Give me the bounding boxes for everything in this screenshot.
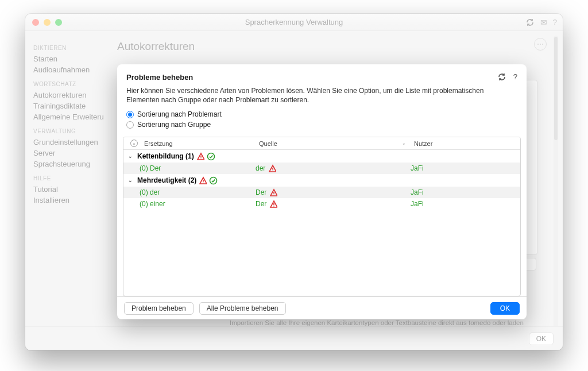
radio-dot-icon	[126, 121, 134, 129]
warning-icon	[268, 164, 276, 172]
group-title: Kettenbildung (1)	[137, 152, 194, 160]
ok-icon[interactable]	[207, 152, 215, 161]
radio-sort-problemart[interactable]: Sortierung nach Problemart	[126, 109, 517, 119]
dialog-title: Probleme beheben	[126, 73, 497, 82]
group-row[interactable]: ⌄ Kettenbildung (1)	[123, 150, 520, 163]
expand-all-toggle[interactable]: ⌄	[123, 140, 141, 147]
cell-quelle: Der	[256, 200, 266, 208]
table-row[interactable]: (0) Der der JaFi	[123, 163, 520, 174]
fix-all-button[interactable]: Alle Probleme beheben	[199, 302, 286, 315]
dialog-description: Hier können Sie verschiedene Arten von P…	[126, 86, 517, 105]
cell-nutzer: JaFi	[411, 200, 424, 208]
radio-dot-icon	[126, 111, 134, 118]
radio-label: Sortierung nach Problemart	[137, 110, 222, 118]
warning-icon	[199, 176, 207, 184]
group-title: Mehrdeutigkeit (2)	[137, 176, 196, 184]
cell-quelle: Der	[256, 188, 266, 196]
column-nutzer[interactable]: Nutzer	[411, 140, 520, 147]
refresh-icon[interactable]	[497, 72, 506, 82]
table-row[interactable]: (0) einer Der JaFi	[123, 198, 520, 210]
ok-button[interactable]: OK	[490, 302, 520, 315]
cell-quelle: der	[256, 164, 265, 172]
warning-icon	[196, 152, 204, 160]
ok-icon[interactable]	[209, 176, 218, 185]
cell-ersetzung: (0) der	[140, 188, 160, 196]
cell-nutzer: JaFi	[411, 188, 424, 196]
radio-sort-gruppe[interactable]: Sortierung nach Gruppe	[126, 119, 517, 130]
app-window: Spracherkennung Verwaltung ✉ ? DIKTIEREN…	[25, 14, 563, 350]
column-quelle[interactable]: Quelle⌄	[256, 140, 411, 147]
cell-ersetzung: (0) einer	[140, 200, 165, 208]
problems-table: ⌄ Ersetzung Quelle⌄ Nutzer ⌄ Kettenbildu…	[123, 137, 521, 296]
warning-icon	[269, 200, 277, 208]
chevron-down-icon: ⌄	[128, 153, 135, 159]
cell-nutzer: JaFi	[411, 164, 424, 172]
fix-one-button[interactable]: Problem beheben	[124, 302, 194, 315]
chevron-down-icon: ⌄	[128, 177, 135, 183]
warning-icon	[269, 188, 277, 196]
dialog-footer: Problem beheben Alle Probleme beheben OK	[117, 296, 527, 319]
help-icon[interactable]: ?	[513, 72, 517, 82]
cell-ersetzung: (0) Der	[140, 164, 161, 172]
group-row[interactable]: ⌄ Mehrdeutigkeit (2)	[123, 174, 520, 187]
fix-problems-dialog: Probleme beheben ? Hier können Sie versc…	[117, 64, 527, 319]
table-row[interactable]: (0) der Der JaFi	[123, 187, 520, 198]
radio-label: Sortierung nach Gruppe	[137, 121, 211, 129]
table-header: ⌄ Ersetzung Quelle⌄ Nutzer	[123, 137, 520, 150]
column-ersetzung[interactable]: Ersetzung	[141, 140, 256, 147]
